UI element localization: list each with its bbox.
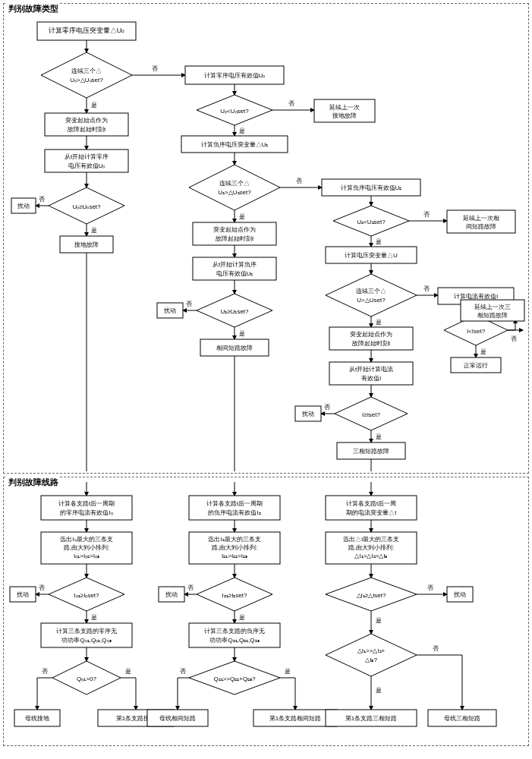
pr2a: 母线相间短路 [159,715,196,722]
dc3-no: 否 [324,404,330,411]
rc1-2: 间短路故障 [466,223,496,230]
dc2-no: 否 [423,285,430,292]
d1-2: U₀>△U₀set? [70,77,103,83]
c1: 计算负序电压有效值U₂ [341,184,402,191]
pd1b-no: 否 [42,668,48,675]
pd1-yes: 是 [91,614,97,621]
disturb-p2: 扰动 [165,591,178,598]
b3-1: 突变起始点作为 [213,226,256,233]
e1: 计算电流有效值I [454,293,498,300]
svg-rect-58 [189,623,280,647]
rb1-1: 延续上一次 [329,104,360,111]
p1b-3: I₀₁>I₀₂>I₀₃ [74,553,99,559]
de1-no: 否 [511,335,517,342]
b3-2: 故障起始时刻t [216,235,254,242]
db3: U₂≥U₂set? [220,308,249,315]
db3-yes: 是 [239,330,245,337]
db1-yes: 是 [239,128,245,134]
db1-no: 否 [288,100,294,107]
c2: 计算电压突变量△U [345,252,398,259]
db2-no: 否 [296,178,302,184]
dc1-yes: 是 [376,238,382,245]
disturb-c: 扰动 [301,411,314,417]
c4-1: 从t开始计算电流 [349,366,393,373]
dc3: I≥Iset? [362,411,381,418]
dc1: U₂<U₂set? [357,219,386,225]
r1: 接地故障 [74,241,99,248]
section2-title: 判别故障线路 [7,477,60,488]
rb2: 相间短路故障 [216,345,253,351]
db2-1: 连续三个△ [219,180,250,187]
pd1-no: 否 [39,584,45,591]
pd3-no: 否 [427,584,433,591]
svg-marker-11 [189,165,280,210]
p1a-1: 计算各支路t后一周期 [58,500,115,507]
pd2-no: 否 [187,584,194,591]
b4-1: 从t开始计算负序 [212,261,257,268]
de1-yes: 是 [480,348,486,355]
c3-2: 故障起始时刻t [352,340,391,347]
p2c-1: 计算三条支路的负序无 [204,628,265,635]
disturb-a: 扰动 [17,203,30,209]
svg-rect-50 [41,623,132,647]
re1-1: 延续上一次三 [474,304,511,310]
dc2-1: 连续三个△ [356,288,386,294]
p3b-3: △I₁>△I₂>△I₃ [354,553,387,559]
p1a-2: 的零序电流有效值I₀ [60,509,112,516]
p1c-1: 计算三条支路的零序无 [56,628,117,635]
disturb-b: 扰动 [163,307,176,314]
pd2-yes: 是 [239,614,245,621]
svg-marker-21 [326,274,417,317]
de1: I<Iset? [467,328,486,335]
a2-2: 故障起始时刻t [68,126,106,133]
d1-1: 连续三个△ [71,68,102,74]
pd3b-2: △I₃? [365,657,377,663]
p3b-2: 路,由大到小排列: [348,544,394,551]
svg-marker-66 [326,634,417,676]
disturb-p1: 扰动 [16,591,29,598]
pr1a: 母线接地 [25,715,49,722]
p2c-2: 功功率Q₂₁,Q₂₂,Q₂₃ [209,637,259,644]
pd3b-no: 否 [433,645,439,652]
box-a1: 计算零序电压突变量△U₀ [49,27,125,34]
d1-yes: 是 [91,102,97,109]
pr3b: 母线三相短路 [444,715,480,722]
pd3b-1: △I₁>>△I₂+ [357,647,386,654]
svg-rect-54 [189,496,280,520]
pd2: I₂₁≥I₂set? [222,592,248,599]
db1: U₀<U₀set? [220,108,249,115]
a2-1: 突变起始点作为 [65,117,108,124]
pd1: I₀₁≥I₀set? [74,592,100,599]
c3-1: 突变起始点作为 [350,331,392,338]
dc3-yes: 是 [376,433,382,440]
p3a-2: 期的电流突变量△I [346,509,396,516]
b1: 计算零序电压有效值U₀ [204,72,266,79]
pd2b-no: 否 [180,668,186,675]
db2-yes: 是 [239,213,245,220]
dc1-no: 否 [423,211,430,218]
pr2b: 第1条支路相间短路 [269,715,321,722]
section1-title: 判别故障类型 [7,3,60,14]
a3-2: 电压有效值U₀ [68,162,105,169]
pd2b-yes: 是 [285,668,291,675]
p2a-2: 的负序电流有效值I₂ [208,509,260,516]
pd2b: Q₂₁>>Q₂₂+Q₂₃? [213,676,256,682]
d2-yes: 是 [91,227,97,234]
normal: 正常运行 [464,362,488,369]
pd3: △I₁≥△Iset? [357,592,387,599]
a3-1: 从t开始计算零序 [65,153,109,160]
pd1b: Q₀₁>0? [77,676,96,682]
b2: 计算负序电压突变量△U₂ [201,141,269,148]
dc2-2: U>△Uset? [357,297,386,304]
c4-2: 有效值I [361,375,381,382]
p1b-1: 选出I₀最大的三条支 [60,536,112,543]
p2a-1: 计算各支路t后一周期 [206,500,263,507]
b4-2: 电压有效值U₂ [216,270,253,277]
svg-rect-46 [41,496,132,520]
db2-2: U₂>△U₂set? [218,189,251,196]
rc2: 三相短路故障 [353,448,389,455]
p2b-2: 路,由大到小排列: [212,544,257,551]
rb1-2: 接地故障 [332,112,357,119]
re1-2: 相短路故障 [477,312,508,319]
rc1-1: 延续上一次相 [462,215,499,222]
